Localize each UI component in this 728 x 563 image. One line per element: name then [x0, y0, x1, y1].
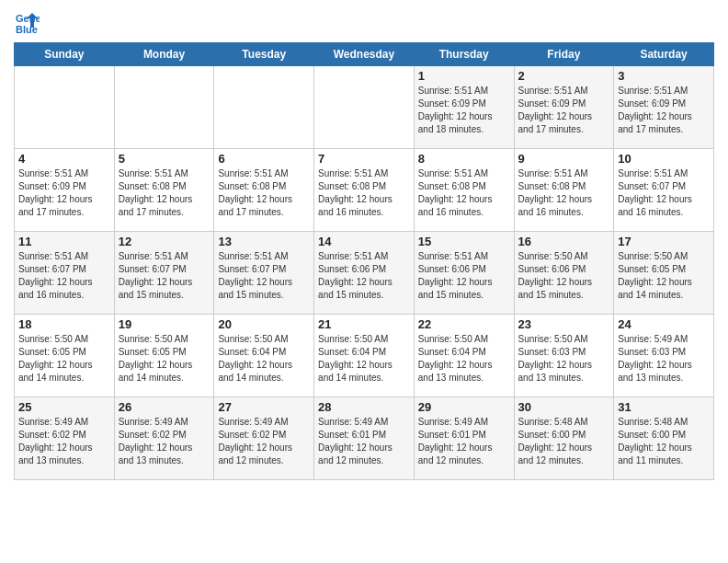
week-row-5: 25Sunrise: 5:49 AMSunset: 6:02 PMDayligh…: [15, 397, 714, 480]
calendar-cell: 24Sunrise: 5:49 AMSunset: 6:03 PMDayligh…: [614, 315, 714, 397]
day-info: Sunrise: 5:51 AMSunset: 6:09 PMDaylight:…: [518, 85, 610, 136]
calendar-cell: 12Sunrise: 5:51 AMSunset: 6:07 PMDayligh…: [114, 232, 214, 315]
calendar-cell: 22Sunrise: 5:50 AMSunset: 6:04 PMDayligh…: [414, 315, 514, 397]
page-header: General Blue: [14, 9, 714, 35]
day-info: Sunrise: 5:48 AMSunset: 6:00 PMDaylight:…: [618, 416, 710, 467]
day-info: Sunrise: 5:51 AMSunset: 6:07 PMDaylight:…: [18, 250, 110, 302]
calendar-table: SundayMondayTuesdayWednesdayThursdayFrid…: [14, 42, 714, 480]
day-info: Sunrise: 5:51 AMSunset: 6:08 PMDaylight:…: [218, 167, 310, 219]
calendar-cell: 8Sunrise: 5:51 AMSunset: 6:08 PMDaylight…: [414, 149, 514, 232]
day-info: Sunrise: 5:49 AMSunset: 6:03 PMDaylight:…: [618, 333, 710, 385]
calendar-body: 1Sunrise: 5:51 AMSunset: 6:09 PMDaylight…: [15, 66, 714, 480]
day-header-friday: Friday: [514, 43, 614, 66]
day-info: Sunrise: 5:50 AMSunset: 6:06 PMDaylight:…: [518, 250, 610, 302]
calendar-cell: 6Sunrise: 5:51 AMSunset: 6:08 PMDaylight…: [214, 149, 314, 232]
day-info: Sunrise: 5:51 AMSunset: 6:08 PMDaylight:…: [119, 167, 210, 219]
day-number: 9: [518, 152, 610, 166]
calendar-cell: [314, 66, 415, 149]
calendar-cell: [214, 66, 314, 149]
day-number: 22: [418, 317, 510, 331]
day-info: Sunrise: 5:49 AMSunset: 6:02 PMDaylight:…: [218, 416, 310, 467]
calendar-cell: 3Sunrise: 5:51 AMSunset: 6:09 PMDaylight…: [614, 66, 714, 149]
day-info: Sunrise: 5:50 AMSunset: 6:03 PMDaylight:…: [518, 333, 610, 385]
day-number: 23: [518, 317, 610, 331]
week-row-1: 1Sunrise: 5:51 AMSunset: 6:09 PMDaylight…: [15, 66, 714, 149]
day-info: Sunrise: 5:51 AMSunset: 6:07 PMDaylight:…: [618, 167, 710, 219]
day-header-thursday: Thursday: [414, 43, 514, 66]
calendar-cell: 15Sunrise: 5:51 AMSunset: 6:06 PMDayligh…: [414, 232, 514, 315]
day-number: 16: [518, 235, 610, 248]
day-header-wednesday: Wednesday: [314, 43, 415, 66]
day-number: 20: [218, 317, 310, 331]
calendar-cell: 17Sunrise: 5:50 AMSunset: 6:05 PMDayligh…: [614, 232, 714, 315]
calendar-header: SundayMondayTuesdayWednesdayThursdayFrid…: [15, 43, 714, 66]
day-info: Sunrise: 5:50 AMSunset: 6:04 PMDaylight:…: [418, 333, 510, 385]
day-info: Sunrise: 5:51 AMSunset: 6:06 PMDaylight:…: [318, 250, 410, 302]
day-number: 28: [318, 400, 410, 414]
day-number: 6: [218, 152, 310, 166]
calendar-cell: 26Sunrise: 5:49 AMSunset: 6:02 PMDayligh…: [114, 397, 214, 480]
calendar-cell: 30Sunrise: 5:48 AMSunset: 6:00 PMDayligh…: [514, 397, 614, 480]
day-number: 13: [218, 235, 310, 248]
calendar-cell: [114, 66, 214, 149]
calendar-cell: 28Sunrise: 5:49 AMSunset: 6:01 PMDayligh…: [314, 397, 415, 480]
calendar-cell: 11Sunrise: 5:51 AMSunset: 6:07 PMDayligh…: [15, 232, 115, 315]
day-number: 29: [418, 400, 510, 414]
day-info: Sunrise: 5:50 AMSunset: 6:05 PMDaylight:…: [119, 333, 210, 385]
day-number: 7: [318, 152, 410, 166]
calendar-cell: 10Sunrise: 5:51 AMSunset: 6:07 PMDayligh…: [614, 149, 714, 232]
day-info: Sunrise: 5:48 AMSunset: 6:00 PMDaylight:…: [518, 416, 610, 467]
svg-text:Blue: Blue: [16, 24, 38, 35]
day-info: Sunrise: 5:51 AMSunset: 6:09 PMDaylight:…: [418, 85, 510, 136]
day-number: 17: [618, 235, 710, 248]
week-row-4: 18Sunrise: 5:50 AMSunset: 6:05 PMDayligh…: [15, 315, 714, 397]
calendar-cell: 29Sunrise: 5:49 AMSunset: 6:01 PMDayligh…: [414, 397, 514, 480]
day-info: Sunrise: 5:51 AMSunset: 6:08 PMDaylight:…: [518, 167, 610, 219]
day-info: Sunrise: 5:51 AMSunset: 6:09 PMDaylight:…: [618, 85, 710, 136]
calendar-cell: 19Sunrise: 5:50 AMSunset: 6:05 PMDayligh…: [114, 315, 214, 397]
day-number: 11: [18, 235, 110, 248]
day-info: Sunrise: 5:51 AMSunset: 6:09 PMDaylight:…: [18, 167, 110, 219]
day-number: 14: [318, 235, 410, 248]
day-info: Sunrise: 5:50 AMSunset: 6:05 PMDaylight:…: [618, 250, 710, 302]
day-info: Sunrise: 5:51 AMSunset: 6:07 PMDaylight:…: [218, 250, 310, 302]
week-row-3: 11Sunrise: 5:51 AMSunset: 6:07 PMDayligh…: [15, 232, 714, 315]
days-header-row: SundayMondayTuesdayWednesdayThursdayFrid…: [15, 43, 714, 66]
day-number: 31: [618, 400, 710, 414]
day-info: Sunrise: 5:51 AMSunset: 6:07 PMDaylight:…: [119, 250, 210, 302]
day-info: Sunrise: 5:50 AMSunset: 6:04 PMDaylight:…: [218, 333, 310, 385]
calendar-cell: 31Sunrise: 5:48 AMSunset: 6:00 PMDayligh…: [614, 397, 714, 480]
day-number: 18: [18, 317, 110, 331]
day-number: 5: [119, 152, 210, 166]
day-header-monday: Monday: [114, 43, 214, 66]
day-info: Sunrise: 5:51 AMSunset: 6:08 PMDaylight:…: [318, 167, 410, 219]
day-number: 21: [318, 317, 410, 331]
day-info: Sunrise: 5:49 AMSunset: 6:01 PMDaylight:…: [318, 416, 410, 467]
day-info: Sunrise: 5:50 AMSunset: 6:05 PMDaylight:…: [18, 333, 110, 385]
day-number: 30: [518, 400, 610, 414]
calendar-cell: 23Sunrise: 5:50 AMSunset: 6:03 PMDayligh…: [514, 315, 614, 397]
day-number: 8: [418, 152, 510, 166]
day-number: 25: [18, 400, 110, 414]
day-info: Sunrise: 5:49 AMSunset: 6:01 PMDaylight:…: [418, 416, 510, 467]
day-number: 12: [119, 235, 210, 248]
calendar-cell: 18Sunrise: 5:50 AMSunset: 6:05 PMDayligh…: [15, 315, 115, 397]
day-info: Sunrise: 5:50 AMSunset: 6:04 PMDaylight:…: [318, 333, 410, 385]
week-row-2: 4Sunrise: 5:51 AMSunset: 6:09 PMDaylight…: [15, 149, 714, 232]
day-number: 27: [218, 400, 310, 414]
day-number: 2: [518, 69, 610, 83]
day-info: Sunrise: 5:51 AMSunset: 6:08 PMDaylight:…: [418, 167, 510, 219]
calendar-cell: 2Sunrise: 5:51 AMSunset: 6:09 PMDaylight…: [514, 66, 614, 149]
calendar-cell: 14Sunrise: 5:51 AMSunset: 6:06 PMDayligh…: [314, 232, 415, 315]
day-number: 15: [418, 235, 510, 248]
calendar-cell: 20Sunrise: 5:50 AMSunset: 6:04 PMDayligh…: [214, 315, 314, 397]
calendar-cell: 27Sunrise: 5:49 AMSunset: 6:02 PMDayligh…: [214, 397, 314, 480]
day-number: 10: [618, 152, 710, 166]
day-info: Sunrise: 5:49 AMSunset: 6:02 PMDaylight:…: [119, 416, 210, 467]
logo: General Blue: [14, 9, 43, 35]
day-number: 3: [618, 69, 710, 83]
day-info: Sunrise: 5:51 AMSunset: 6:06 PMDaylight:…: [418, 250, 510, 302]
day-info: Sunrise: 5:49 AMSunset: 6:02 PMDaylight:…: [18, 416, 110, 467]
calendar-cell: [15, 66, 115, 149]
logo-icon: General Blue: [14, 9, 40, 35]
